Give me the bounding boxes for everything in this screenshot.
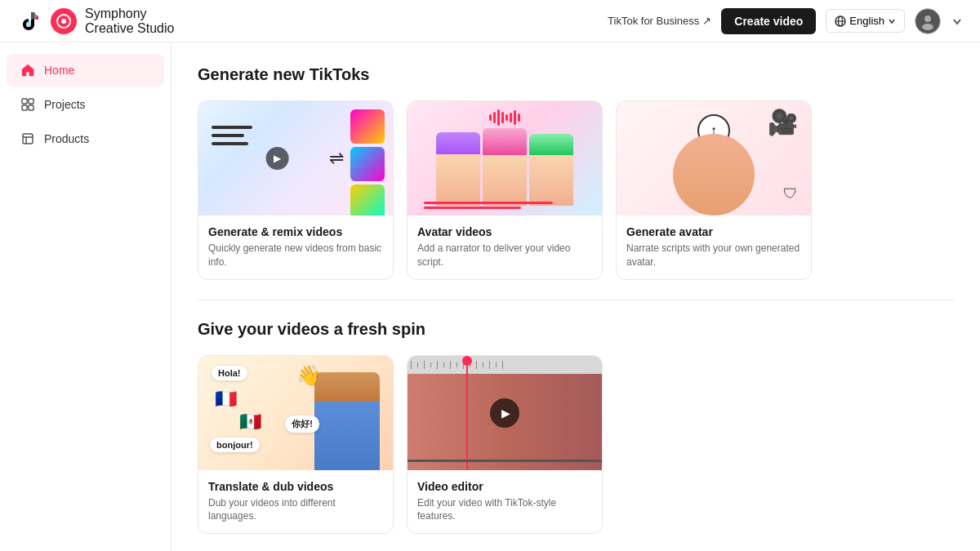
globe-icon	[835, 16, 846, 27]
section1-title: Generate new TikToks	[198, 65, 954, 84]
card3-image: ↑ 🎥 🛡	[617, 101, 811, 216]
card-generate-remix[interactable]: ⇌ ▶ Generate & remix videos Quickly gene…	[198, 100, 394, 280]
sidebar-products-label: Products	[44, 132, 89, 145]
svg-rect-10	[22, 105, 27, 110]
sidebar-item-home[interactable]: Home	[7, 54, 164, 87]
timeline-ruler	[408, 356, 602, 374]
card1-lines	[212, 126, 252, 150]
bonjour-bubble: bonjour!	[210, 438, 260, 452]
progress-bars	[424, 202, 586, 209]
studio-name-bottom: Creative Studio	[85, 21, 174, 36]
studio-logo	[51, 8, 77, 34]
shield-badge-icon: 🛡	[783, 185, 798, 202]
french-flag: 🇫🇷	[215, 389, 237, 410]
studio-name-top: Symphony	[85, 7, 174, 21]
editor-card-body: Video editor Edit your video with TikTok…	[408, 470, 602, 534]
card1-image: ⇌ ▶	[198, 101, 393, 216]
card3-desc: Narrate scripts with your own generated …	[626, 242, 801, 269]
avatar-person	[673, 134, 755, 216]
projects-icon	[20, 96, 36, 113]
chevron-down-small-icon	[951, 15, 964, 28]
products-icon	[20, 131, 36, 147]
sidebar: Home Projects Products	[0, 42, 172, 551]
hola-bubble: Hola!	[212, 366, 247, 380]
header-right: TikTok for Business ↗ Create video Engli…	[608, 8, 964, 34]
card2-desc: Add a narrator to deliver your video scr…	[417, 242, 592, 269]
svg-rect-9	[29, 99, 33, 104]
svg-point-2	[61, 19, 66, 24]
card1-photos	[350, 109, 385, 216]
section2-title: Give your videos a fresh spin	[198, 320, 954, 339]
editor-card-image: ▶	[408, 356, 602, 470]
section-divider-1	[198, 300, 954, 300]
create-video-button[interactable]: Create video	[721, 8, 816, 34]
freshen-cards-row: 👋 Hola! 🇫🇷 🇲🇽 bonjour! 你好! Translate & d…	[198, 355, 954, 535]
nihao-bubble: 你好!	[285, 415, 319, 433]
mexican-flag: 🇲🇽	[239, 411, 261, 433]
header-left: Symphony Creative Studio	[16, 7, 174, 36]
svg-rect-12	[23, 134, 33, 144]
avatar-icon	[919, 12, 937, 30]
home-icon	[20, 62, 36, 78]
language-label: English	[849, 15, 884, 27]
playhead	[466, 356, 468, 470]
tiktok-business-label: TikTok for Business	[608, 15, 699, 27]
card-generate-avatar[interactable]: ↑ 🎥 🛡 Generate avatar Narrate scripts wi…	[616, 100, 812, 280]
user-avatar-button[interactable]	[915, 8, 941, 34]
editor-card-title: Video editor	[417, 480, 592, 493]
card2-image: ◼◼ ◼◼◼◼	[408, 101, 602, 216]
translate-card-desc: Dub your videos into different languages…	[208, 496, 383, 524]
translate-card-image: 👋 Hola! 🇫🇷 🇲🇽 bonjour! 你好!	[198, 356, 393, 470]
translate-card-body: Translate & dub videos Dub your videos i…	[198, 470, 393, 534]
sidebar-projects-label: Projects	[44, 98, 86, 111]
wave-hand-icon: 👋	[296, 364, 321, 387]
card2-body: Avatar videos Add a narrator to deliver …	[408, 216, 602, 279]
studio-name: Symphony Creative Studio	[85, 7, 174, 36]
sidebar-item-projects[interactable]: Projects	[7, 88, 164, 121]
sidebar-home-label: Home	[44, 64, 74, 77]
tiktok-logo	[16, 7, 42, 36]
camera-icon: 🎥	[768, 108, 798, 136]
card-avatar-videos[interactable]: ◼◼ ◼◼◼◼ Avatar videos Add a narrator to …	[407, 100, 603, 280]
timeline-track	[408, 460, 602, 462]
card1-body: Generate & remix videos Quickly generate…	[198, 216, 393, 279]
card1-desc: Quickly generate new videos from basic i…	[208, 242, 383, 269]
play-icon: ▶	[266, 147, 289, 170]
sound-wave	[489, 109, 520, 126]
svg-point-6	[924, 16, 931, 22]
card1-title: Generate & remix videos	[208, 225, 383, 238]
card2-title: Avatar videos	[417, 225, 592, 238]
layout: Home Projects Products Generate new TikT…	[0, 42, 980, 551]
external-link-icon: ↗	[702, 15, 711, 27]
chevron-down-icon	[888, 17, 896, 25]
shuffle-icon: ⇌	[329, 148, 344, 169]
card-translate-dub[interactable]: 👋 Hola! 🇫🇷 🇲🇽 bonjour! 你好! Translate & d…	[198, 355, 394, 535]
header: Symphony Creative Studio TikTok for Busi…	[0, 0, 980, 42]
main-content: Generate new TikToks ⇌	[172, 42, 980, 551]
svg-rect-11	[29, 105, 33, 110]
sidebar-item-products[interactable]: Products	[7, 122, 164, 155]
translate-card-title: Translate & dub videos	[208, 480, 383, 493]
card-video-editor[interactable]: ▶ Video editor Edit your video with TikT…	[407, 355, 603, 535]
play-button: ▶	[490, 398, 519, 428]
translate-person	[314, 372, 380, 470]
tiktok-business-link[interactable]: TikTok for Business ↗	[608, 15, 711, 27]
svg-point-7	[922, 24, 933, 30]
language-button[interactable]: English	[826, 9, 905, 33]
card3-body: Generate avatar Narrate scripts with you…	[617, 216, 811, 279]
svg-rect-8	[22, 99, 27, 104]
editor-card-desc: Edit your video with TikTok-style featur…	[417, 496, 592, 524]
card3-title: Generate avatar	[626, 225, 801, 238]
generate-cards-row: ⇌ ▶ Generate & remix videos Quickly gene…	[198, 100, 954, 280]
